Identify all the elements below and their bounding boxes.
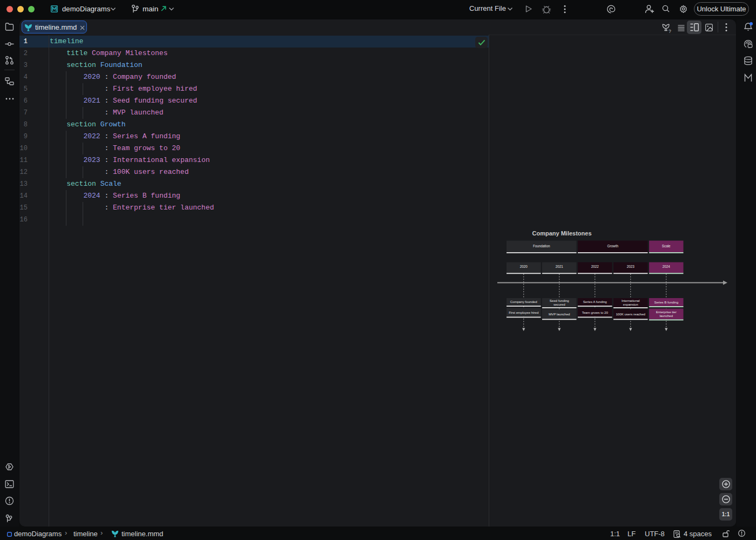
svg-text:Company founded: Company founded (510, 300, 537, 303)
svg-text:International: International (622, 299, 640, 302)
svg-text:MVP launched: MVP launched (549, 312, 570, 316)
svg-text:expansion: expansion (623, 302, 638, 306)
svg-text:Series A funding: Series A funding (583, 300, 607, 303)
svg-text:Foundation: Foundation (533, 244, 550, 248)
svg-text:First employee hired: First employee hired (509, 310, 538, 314)
svg-text:2022: 2022 (591, 265, 599, 268)
svg-text:Enterprise tier: Enterprise tier (656, 310, 677, 314)
svg-text:Scale: Scale (662, 244, 671, 248)
svg-text:2020: 2020 (520, 265, 528, 268)
svg-text:Growth: Growth (608, 244, 619, 248)
svg-text:Company Milestones: Company Milestones (532, 230, 591, 237)
svg-text:Team grows to 20: Team grows to 20 (582, 310, 609, 314)
svg-text:secured: secured (554, 302, 565, 306)
svg-text:2024: 2024 (663, 265, 671, 268)
svg-text:Series B funding: Series B funding (654, 300, 678, 304)
svg-text:2021: 2021 (556, 265, 564, 268)
svg-text:100K users reached: 100K users reached (616, 312, 645, 316)
svg-text:launched: launched (659, 314, 673, 318)
svg-text:?: ? (669, 29, 671, 33)
svg-text:2023: 2023 (627, 265, 635, 268)
svg-text:Seed funding: Seed funding (550, 299, 569, 302)
